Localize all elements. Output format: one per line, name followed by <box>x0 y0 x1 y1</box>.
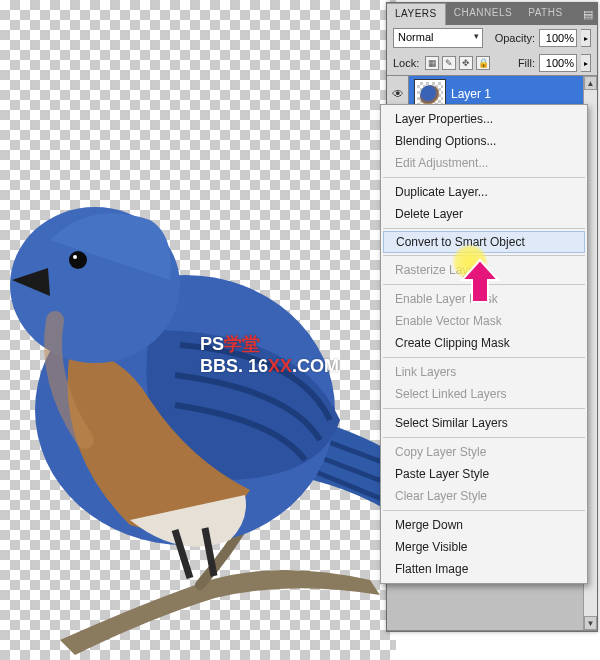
opacity-label: Opacity: <box>495 32 535 44</box>
bird-artwork <box>0 120 396 660</box>
menu-rasterize-layer: Rasterize Layer <box>381 259 587 281</box>
menu-copy-layer-style: Copy Layer Style <box>381 441 587 463</box>
tab-channels[interactable]: CHANNELS <box>446 3 520 25</box>
menu-duplicate-layer[interactable]: Duplicate Layer... <box>381 181 587 203</box>
menu-enable-layer-mask: Enable Layer Mask <box>381 288 587 310</box>
fill-input[interactable]: 100% <box>539 54 577 72</box>
menu-paste-layer-style[interactable]: Paste Layer Style <box>381 463 587 485</box>
opacity-flyout-icon[interactable]: ▸ <box>581 29 591 47</box>
menu-clear-layer-style: Clear Layer Style <box>381 485 587 507</box>
menu-select-similar[interactable]: Select Similar Layers <box>381 412 587 434</box>
layer-name-label[interactable]: Layer 1 <box>451 87 491 101</box>
layer-context-menu: Layer Properties... Blending Options... … <box>380 104 588 584</box>
menu-create-clipping-mask[interactable]: Create Clipping Mask <box>381 332 587 354</box>
menu-merge-down[interactable]: Merge Down <box>381 514 587 536</box>
lock-pixels-icon[interactable]: ✎ <box>442 56 456 70</box>
lock-transparency-icon[interactable]: ▦ <box>425 56 439 70</box>
menu-separator <box>383 255 585 256</box>
menu-merge-visible[interactable]: Merge Visible <box>381 536 587 558</box>
menu-flatten-image[interactable]: Flatten Image <box>381 558 587 580</box>
panel-tabs: LAYERS CHANNELS PATHS ▤ <box>387 3 597 25</box>
menu-delete-layer[interactable]: Delete Layer <box>381 203 587 225</box>
menu-convert-smart-object[interactable]: Convert to Smart Object <box>383 231 585 253</box>
lock-label: Lock: <box>393 57 419 69</box>
svg-point-2 <box>69 251 87 269</box>
menu-select-linked: Select Linked Layers <box>381 383 587 405</box>
menu-separator <box>383 228 585 229</box>
tab-layers[interactable]: LAYERS <box>387 3 446 25</box>
document-canvas[interactable]: PS学堂 BBS. 16XX.COM <box>0 0 396 660</box>
lock-all-icon[interactable]: 🔒 <box>476 56 490 70</box>
scroll-down-icon[interactable]: ▼ <box>584 616 597 630</box>
tab-paths[interactable]: PATHS <box>520 3 570 25</box>
opacity-input[interactable]: 100% <box>539 29 577 47</box>
menu-layer-properties[interactable]: Layer Properties... <box>381 108 587 130</box>
menu-blending-options[interactable]: Blending Options... <box>381 130 587 152</box>
menu-separator <box>383 357 585 358</box>
fill-label: Fill: <box>518 57 535 69</box>
watermark-line2: BBS. 16XX.COM <box>200 356 339 377</box>
menu-separator <box>383 284 585 285</box>
scroll-up-icon[interactable]: ▲ <box>584 76 597 90</box>
lock-position-icon[interactable]: ✥ <box>459 56 473 70</box>
panel-menu-icon[interactable]: ▤ <box>579 3 597 25</box>
blend-mode-select[interactable]: Normal <box>393 28 483 48</box>
fill-flyout-icon[interactable]: ▸ <box>581 54 591 72</box>
menu-link-layers: Link Layers <box>381 361 587 383</box>
menu-separator <box>383 177 585 178</box>
svg-point-3 <box>73 255 77 259</box>
menu-enable-vector-mask: Enable Vector Mask <box>381 310 587 332</box>
menu-separator <box>383 408 585 409</box>
watermark-line1: PS学堂 <box>200 332 260 356</box>
menu-separator <box>383 437 585 438</box>
menu-separator <box>383 510 585 511</box>
menu-edit-adjustment: Edit Adjustment... <box>381 152 587 174</box>
